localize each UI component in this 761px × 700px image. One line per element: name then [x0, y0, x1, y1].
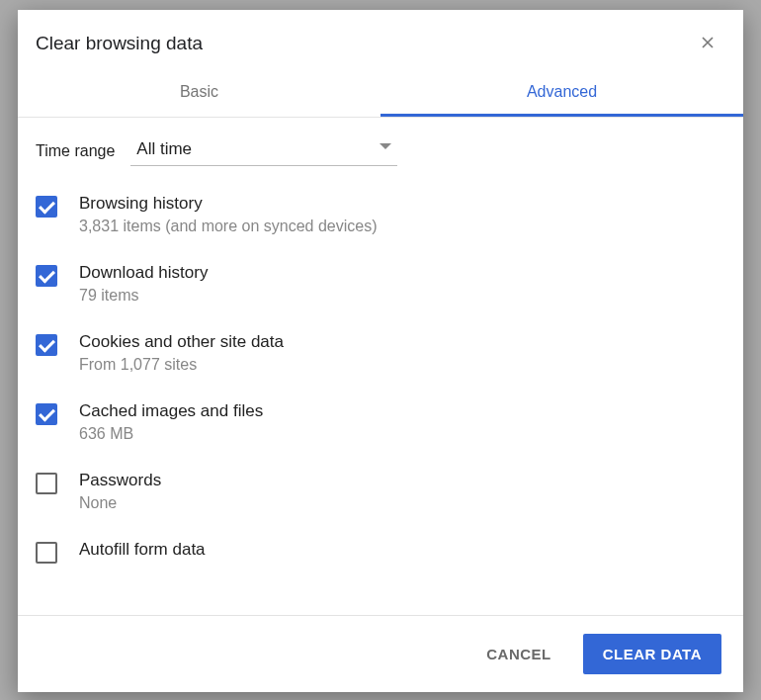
- cancel-button[interactable]: CANCEL: [466, 634, 571, 674]
- dialog-title: Clear browsing data: [36, 33, 203, 54]
- chevron-down-icon: [380, 143, 391, 149]
- option-row: Cached images and files636 MB: [36, 401, 725, 443]
- tabs: Basic Advanced: [18, 69, 743, 118]
- option-title: Browsing history: [79, 194, 377, 214]
- time-range-value: All time: [136, 139, 192, 158]
- option-text: Cached images and files636 MB: [79, 401, 263, 443]
- option-title: Cookies and other site data: [79, 332, 284, 352]
- option-title: Autofill form data: [79, 540, 206, 560]
- option-row: Cookies and other site dataFrom 1,077 si…: [36, 332, 725, 374]
- time-range-select[interactable]: All time: [130, 135, 397, 166]
- option-text: Cookies and other site dataFrom 1,077 si…: [79, 332, 284, 374]
- option-subtitle: 636 MB: [79, 425, 263, 443]
- tab-advanced[interactable]: Advanced: [380, 69, 743, 117]
- option-text: Autofill form data: [79, 540, 206, 560]
- checkbox[interactable]: [36, 334, 57, 356]
- checkbox[interactable]: [36, 542, 57, 564]
- clear-browsing-data-dialog: Clear browsing data Basic Advanced Time …: [18, 10, 743, 692]
- option-subtitle: From 1,077 sites: [79, 356, 284, 374]
- option-text: Download history79 items: [79, 263, 208, 305]
- option-text: Browsing history3,831 items (and more on…: [79, 194, 377, 235]
- option-row: PasswordsNone: [36, 471, 725, 512]
- time-range-label: Time range: [36, 142, 115, 160]
- clear-data-button[interactable]: CLEAR DATA: [583, 634, 721, 674]
- option-title: Download history: [79, 263, 208, 283]
- option-subtitle: 79 items: [79, 287, 208, 305]
- option-subtitle: 3,831 items (and more on synced devices): [79, 218, 377, 235]
- option-title: Passwords: [79, 471, 161, 490]
- checkbox[interactable]: [36, 196, 57, 218]
- option-title: Cached images and files: [79, 401, 263, 421]
- option-row: Browsing history3,831 items (and more on…: [36, 194, 725, 235]
- close-button[interactable]: [694, 30, 721, 57]
- option-row: Autofill form data: [36, 540, 725, 564]
- checkbox[interactable]: [36, 265, 57, 287]
- options-list: Browsing history3,831 items (and more on…: [36, 194, 725, 615]
- tab-basic[interactable]: Basic: [18, 69, 380, 117]
- checkbox[interactable]: [36, 403, 57, 425]
- option-row: Download history79 items: [36, 263, 725, 305]
- option-text: PasswordsNone: [79, 471, 161, 512]
- checkbox[interactable]: [36, 473, 57, 494]
- option-subtitle: None: [79, 494, 161, 512]
- close-icon: [698, 33, 718, 52]
